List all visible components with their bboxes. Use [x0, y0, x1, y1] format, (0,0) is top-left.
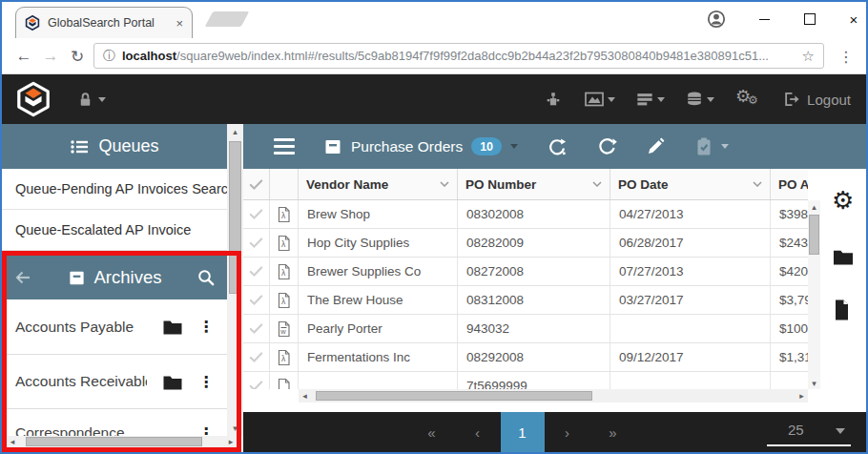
scroll-down-icon[interactable]: ▾ — [808, 377, 820, 389]
bookmark-star-icon[interactable]: ☆ — [802, 48, 815, 65]
table-row[interactable]: λ The Brew House 08312008 03/27/2017 $3,… — [243, 286, 808, 315]
sidebar-horizontal-scrollbar[interactable]: ◂ ▸ — [7, 436, 237, 447]
archive-item-correspondence[interactable]: Correspondence ⋮ — [2, 409, 227, 436]
kebab-menu-icon[interactable]: ⋮ — [198, 424, 214, 437]
scrollbar-thumb[interactable] — [809, 215, 819, 255]
first-page-button[interactable]: « — [409, 412, 455, 452]
kebab-menu-icon[interactable]: ⋮ — [198, 318, 214, 336]
scroll-right-icon[interactable]: ▸ — [225, 436, 237, 447]
close-window-button[interactable]: × — [837, 2, 868, 36]
scroll-left-icon[interactable]: ◂ — [299, 389, 311, 402]
browser-tab[interactable]: GlobalSearch Portal × — [15, 7, 193, 38]
table-row[interactable]: λ Brew Shop 08302008 04/27/2013 $398. — [243, 200, 808, 229]
menu-hamburger-icon[interactable] — [274, 134, 295, 158]
search-icon[interactable] — [196, 268, 216, 287]
row-check[interactable] — [243, 200, 270, 228]
folder-icon[interactable] — [162, 373, 183, 391]
reload-icon[interactable]: ↻ — [65, 45, 90, 68]
scrollbar-thumb[interactable] — [26, 437, 202, 446]
pdf-file-icon[interactable]: λ — [270, 258, 299, 285]
scroll-up-icon[interactable]: ▴ — [227, 124, 243, 139]
current-page-button[interactable]: 1 — [501, 412, 545, 452]
dashboards-menu[interactable] — [585, 91, 615, 108]
scrollbar-thumb[interactable] — [229, 141, 241, 294]
caret-down-icon — [836, 428, 845, 434]
refresh-icon[interactable] — [596, 136, 617, 157]
table-row[interactable]: λ Hop City Supplies 08282009 06/28/2017 … — [243, 229, 808, 258]
lists-menu[interactable] — [636, 91, 665, 108]
chevron-down-icon[interactable] — [753, 181, 762, 187]
back-icon[interactable]: ← — [11, 45, 36, 68]
databases-menu[interactable] — [686, 91, 714, 108]
forward-icon[interactable]: → — [38, 45, 63, 68]
maximize-button[interactable] — [794, 2, 826, 36]
edit-pencil-icon[interactable] — [646, 136, 666, 156]
row-check[interactable] — [243, 258, 270, 285]
filetype-column-header[interactable] — [270, 169, 299, 199]
row-check[interactable] — [243, 315, 270, 342]
admin-settings-button[interactable]: ⚙ ⚙ — [735, 88, 760, 111]
table-row[interactable]: 7t5699999 — [243, 372, 808, 389]
address-bar[interactable]: ⓘ localhost/square9web/index.html#/resul… — [93, 43, 824, 69]
kebab-menu-icon[interactable]: ⋮ — [198, 373, 214, 391]
column-header-vendor-name[interactable]: Vendor Name — [299, 169, 458, 199]
row-check[interactable] — [243, 286, 270, 314]
table-horizontal-scrollbar[interactable]: ◂ ▸ — [299, 389, 808, 402]
logout-button[interactable]: Logout — [783, 91, 851, 108]
new-tab-button[interactable] — [205, 11, 250, 27]
row-check[interactable] — [243, 229, 270, 257]
back-arrow-icon[interactable] — [13, 268, 32, 287]
file-icon[interactable] — [270, 372, 299, 389]
scroll-down-icon[interactable]: ▾ — [227, 421, 243, 436]
table-row[interactable]: w Pearly Porter 943032 $100. — [243, 315, 808, 343]
archive-item-accounts-payable[interactable]: Accounts Payable ⋮ — [2, 299, 227, 355]
queues-header[interactable]: Queues — [2, 124, 227, 169]
browser-menu-icon[interactable]: ⋮ — [834, 45, 858, 68]
scroll-up-icon[interactable]: ▴ — [808, 200, 820, 213]
minimize-button[interactable] — [748, 2, 780, 36]
cell-po-date: 09/12/2017 — [610, 343, 771, 371]
scrollbar-thumb[interactable] — [316, 391, 592, 401]
profile-icon[interactable] — [700, 2, 733, 36]
column-header-po-amount[interactable]: PO Amount — [771, 169, 808, 199]
check-icon — [249, 178, 263, 191]
page-size-select[interactable]: 25 — [767, 412, 851, 452]
word-file-icon[interactable]: w — [270, 315, 299, 342]
pdf-file-icon[interactable]: λ — [270, 200, 299, 228]
queue-item-pending-ap[interactable]: Queue-Pending AP Invoices Search — [2, 169, 227, 210]
queue-item-escalated-ap[interactable]: Queue-Escalated AP Invoice — [2, 210, 227, 251]
table-row[interactable]: λ Fermentations Inc 08292008 09/12/2017 … — [243, 343, 808, 372]
row-check[interactable] — [243, 372, 270, 389]
folder-icon[interactable] — [832, 247, 855, 266]
archive-selector[interactable]: Purchase Orders 10 — [323, 137, 518, 156]
info-icon[interactable]: ⓘ — [103, 48, 115, 65]
workflow-button[interactable] — [545, 91, 562, 108]
close-tab-icon[interactable]: × — [176, 17, 183, 30]
pdf-file-icon[interactable]: λ — [270, 229, 299, 257]
tasks-menu[interactable] — [694, 136, 729, 157]
next-page-button[interactable]: › — [545, 412, 590, 452]
archive-item-accounts-receivable[interactable]: Accounts Receivable ⋮ — [2, 355, 227, 409]
redo-search-icon[interactable] — [547, 136, 568, 157]
sidebar-vertical-scrollbar[interactable]: ▴ ▾ — [227, 124, 243, 436]
chevron-down-icon[interactable] — [592, 181, 602, 187]
select-all-column-header[interactable] — [243, 169, 270, 199]
scroll-right-icon[interactable]: ▸ — [796, 389, 808, 402]
scroll-left-icon[interactable]: ◂ — [7, 436, 18, 447]
row-check[interactable] — [243, 343, 270, 371]
table-vertical-scrollbar[interactable]: ▴ ▾ — [808, 200, 820, 389]
security-lock-menu[interactable] — [76, 91, 106, 109]
column-header-po-date[interactable]: PO Date — [610, 169, 771, 199]
square9-logo[interactable] — [15, 81, 52, 117]
folder-icon[interactable] — [162, 318, 183, 336]
last-page-button[interactable]: » — [590, 412, 636, 452]
pdf-file-icon[interactable]: λ — [270, 343, 299, 371]
clipboard-check-icon — [694, 136, 713, 157]
table-row[interactable]: λ Brewer Supplies Co 08272008 07/27/2013… — [243, 258, 808, 286]
column-header-po-number[interactable]: PO Number — [458, 169, 610, 199]
gear-icon[interactable]: ⚙ — [832, 188, 854, 213]
file-icon[interactable] — [832, 299, 851, 321]
previous-page-button[interactable]: ‹ — [455, 412, 501, 452]
pdf-file-icon[interactable]: λ — [270, 286, 299, 314]
chevron-down-icon[interactable] — [440, 181, 449, 187]
